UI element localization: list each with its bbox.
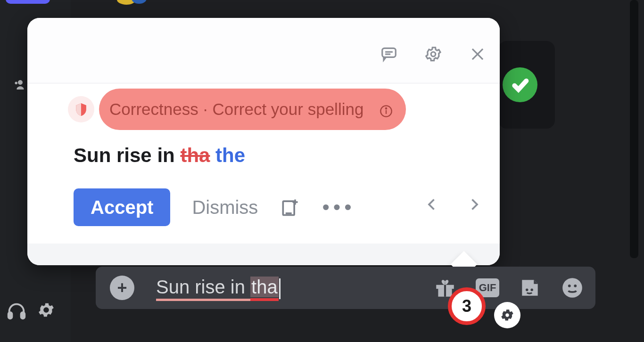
grammarly-count: 3 <box>462 296 471 316</box>
popup-topbar <box>27 18 500 83</box>
input-error-word: tha <box>250 277 279 297</box>
message-input[interactable]: Sun rise in tha <box>156 277 281 299</box>
grammarly-settings-button[interactable] <box>494 302 520 328</box>
svg-point-0 <box>15 82 18 85</box>
close-icon[interactable] <box>469 45 487 63</box>
svg-point-11 <box>386 108 387 109</box>
svg-point-19 <box>526 288 528 291</box>
svg-rect-3 <box>382 48 396 57</box>
wrong-word: tha <box>180 144 210 166</box>
avatar-partial <box>132 0 147 4</box>
info-icon[interactable] <box>380 103 393 116</box>
headphones-icon[interactable] <box>6 301 27 324</box>
suggested-word: the <box>215 144 245 166</box>
settings-icon[interactable] <box>424 45 442 63</box>
success-check-icon <box>503 67 537 102</box>
feedback-icon[interactable] <box>380 45 398 63</box>
category-label: Correctness <box>109 100 198 119</box>
add-to-dictionary-icon[interactable] <box>280 197 300 218</box>
text-cursor <box>279 278 281 299</box>
svg-point-23 <box>574 285 577 287</box>
scrollbar[interactable] <box>630 0 638 258</box>
active-server-pill <box>6 0 50 4</box>
popup-footer <box>27 244 500 265</box>
members-icon[interactable] <box>13 78 27 89</box>
prev-suggestion-icon[interactable] <box>423 196 440 213</box>
shield-icon <box>68 96 94 122</box>
sentence-prefix: Sun rise in <box>74 144 180 166</box>
grammarly-suggestion-popup: Correctness · Correct your spelling Sun … <box>27 18 500 265</box>
user-settings-icon[interactable] <box>37 301 56 321</box>
message-input-bar: + Sun rise in tha GIF <box>96 267 595 309</box>
category-hint: Correct your spelling <box>212 100 363 119</box>
svg-rect-1 <box>8 312 12 318</box>
emoji-icon[interactable] <box>561 276 584 300</box>
separator: · <box>203 100 208 119</box>
svg-point-21 <box>562 278 582 298</box>
svg-rect-2 <box>21 312 25 318</box>
svg-point-20 <box>530 288 533 291</box>
svg-point-22 <box>568 285 571 287</box>
svg-point-6 <box>431 52 436 57</box>
suggestion-sentence: Sun rise in tha the <box>74 144 245 167</box>
sticker-icon[interactable] <box>518 276 542 300</box>
add-attachment-button[interactable]: + <box>110 276 134 300</box>
input-text: Sun rise in <box>156 277 250 297</box>
next-suggestion-icon[interactable] <box>466 196 483 213</box>
accept-button[interactable]: Accept <box>74 188 170 226</box>
dismiss-button[interactable]: Dismiss <box>192 197 258 218</box>
suggestion-category-chip[interactable]: Correctness · Correct your spelling <box>99 89 406 130</box>
grammarly-badge[interactable]: 3 <box>448 287 486 325</box>
